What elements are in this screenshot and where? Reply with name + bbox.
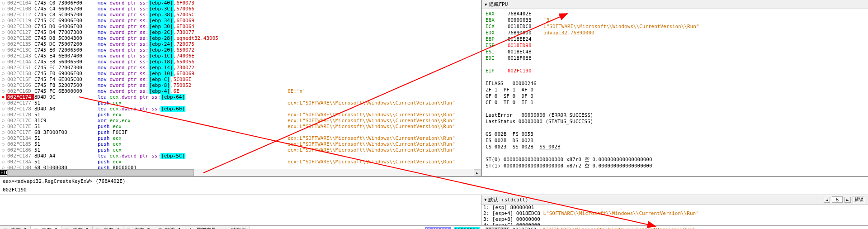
breakpoint-gutter[interactable]: [0, 53, 6, 59]
disasm-row[interactable]: 002FC1748D4D 9Clea ecx,dword ptr ss:[ebp…: [0, 94, 481, 100]
disasm-row[interactable]: 002FC119C745 CC 69006E00mov dword ptr ss…: [0, 18, 481, 24]
disasm-row[interactable]: 002FC17C31C9xor ecx,ecxecx:L"SOFTWARE\\M…: [0, 118, 481, 124]
breakpoint-gutter[interactable]: [0, 12, 6, 18]
breakpoint-gutter[interactable]: [0, 94, 6, 100]
addr-cell[interactable]: 002FC151: [6, 65, 34, 71]
dump-tab[interactable]: ▦内存 4: [93, 226, 123, 229]
addr-cell[interactable]: 002FC120: [6, 24, 34, 29]
breakpoint-gutter[interactable]: [0, 76, 6, 82]
breakpoint-gutter[interactable]: [0, 88, 6, 94]
stack-line[interactable]: 2: [esp+4] 0018EDC8 L"SOFTWARE\\Microsof…: [483, 210, 866, 216]
breakpoint-gutter[interactable]: [0, 165, 6, 169]
breakpoint-gutter[interactable]: [0, 106, 6, 112]
addr-cell[interactable]: 002FC184: [6, 135, 34, 141]
scroll-right-icon[interactable]: ►: [474, 169, 481, 176]
disasm-row[interactable]: 002FC13CC745 E0 72006500mov dword ptr ss…: [0, 47, 481, 53]
disasm-row[interactable]: 002FC104C745 C0 73006F00mov dword ptr ss…: [0, 0, 481, 6]
disasm-row[interactable]: 002FC112C745 C8 5C005700mov dword ptr ss…: [0, 12, 481, 18]
breakpoint-gutter[interactable]: [0, 47, 6, 53]
dump-tab[interactable]: ▦内存 2: [31, 226, 61, 229]
addr-cell[interactable]: 002FC15F: [6, 76, 34, 82]
breakpoint-gutter[interactable]: [0, 65, 6, 71]
addr-cell[interactable]: 002FC104: [6, 0, 34, 6]
disasm-row[interactable]: 002FC120C745 D0 64006F00mov dword ptr ss…: [0, 24, 481, 29]
unlock-button[interactable]: 解锁: [853, 196, 865, 203]
disasm-row[interactable]: 002FC17E51push ecxecx:L"SOFTWARE\\Micros…: [0, 124, 481, 129]
breakpoint-gutter[interactable]: [0, 112, 6, 118]
stack-line[interactable]: 4: [esp+C] 00000000: [483, 222, 866, 225]
disasm-row[interactable]: 002FC18A51push ecxecx:L"SOFTWARE\\Micros…: [0, 159, 481, 165]
disasm-row[interactable]: 002FC18551push ecxecx:L"SOFTWARE\\Micros…: [0, 141, 481, 147]
disasm-row[interactable]: 002FC14AC745 E8 56006500mov dword ptr ss…: [0, 59, 481, 65]
addr-cell[interactable]: 002FC17E: [6, 124, 34, 129]
chevron-down-icon[interactable]: ▼: [485, 2, 487, 7]
addr-cell[interactable]: 002FC18A: [6, 159, 34, 165]
dump-tab[interactable]: [x=]局部变量: [185, 226, 220, 229]
breakpoint-gutter[interactable]: [0, 41, 6, 47]
addr-cell[interactable]: 002FC17F: [6, 129, 34, 135]
dump-tab[interactable]: ▦内存 3: [62, 226, 93, 229]
breakpoint-gutter[interactable]: [0, 35, 6, 41]
disassembly-view[interactable]: 002FC104C745 C0 73006F00mov dword ptr ss…: [0, 0, 481, 169]
disasm-row[interactable]: 002FC10BC745 C4 66005700mov dword ptr ss…: [0, 6, 481, 12]
addr-cell[interactable]: 002FC186: [6, 147, 34, 153]
breakpoint-gutter[interactable]: [0, 124, 6, 129]
dump-tab[interactable]: ▦内存 1: [0, 226, 31, 229]
breakpoint-gutter[interactable]: [0, 6, 6, 12]
addr-cell[interactable]: 002FC119: [6, 18, 34, 24]
addr-cell[interactable]: 002FC13C: [6, 47, 34, 53]
dump-line[interactable]: 0018ED98 80000001 0018ED9C 0018EDC8 L"SO…: [425, 226, 868, 229]
disasm-row[interactable]: 002FC12EC745 D8 5C004300mov dword ptr ss…: [0, 35, 481, 41]
stack-next-button[interactable]: ►: [844, 197, 851, 203]
breakpoint-gutter[interactable]: [0, 141, 6, 147]
breakpoint-gutter[interactable]: [0, 135, 6, 141]
addr-cell[interactable]: 002FC14A: [6, 59, 34, 65]
breakpoint-gutter[interactable]: [0, 82, 6, 88]
breakpoint-gutter[interactable]: [0, 59, 6, 65]
addr-cell[interactable]: 002FC127: [6, 29, 34, 35]
disasm-row[interactable]: 002FC143C745 E4 6E007400mov dword ptr ss…: [0, 53, 481, 59]
breakpoint-gutter[interactable]: [0, 153, 6, 159]
disasm-scrollbar[interactable]: ◄ ►: [0, 169, 481, 176]
addr-cell[interactable]: 002FC17B: [6, 112, 34, 118]
addr-cell[interactable]: 002FC10B: [6, 6, 34, 12]
addr-cell[interactable]: 002FC177: [6, 100, 34, 106]
addr-cell[interactable]: 002FC16D: [6, 88, 34, 94]
disasm-row[interactable]: 002FC17F68 3F000F00push F003F: [0, 129, 481, 135]
addr-cell[interactable]: 002FC187: [6, 153, 34, 159]
addr-cell[interactable]: 002FC178: [6, 106, 34, 112]
addr-cell[interactable]: 002FC166: [6, 82, 34, 88]
stack-mode[interactable]: 默认 (stdcall): [488, 196, 528, 203]
stack-count-input[interactable]: [832, 196, 843, 203]
addr-cell[interactable]: 002FC17C: [6, 118, 34, 124]
stack-body[interactable]: 1: [esp] 800000012: [esp+4] 0018EDC8 L"S…: [481, 205, 868, 225]
addr-cell[interactable]: 002FC143: [6, 53, 34, 59]
breakpoint-gutter[interactable]: [0, 147, 6, 153]
addr-cell[interactable]: 002FC185: [6, 141, 34, 147]
disasm-row[interactable]: 002FC17B51push ecxecx:L"SOFTWARE\\Micros…: [0, 112, 481, 118]
disasm-row[interactable]: 002FC166C745 F8 52007500mov dword ptr ss…: [0, 82, 481, 88]
disasm-row[interactable]: 002FC151C745 EC 72007300mov dword ptr ss…: [0, 65, 481, 71]
breakpoint-gutter[interactable]: [0, 18, 6, 24]
breakpoint-gutter[interactable]: [0, 129, 6, 135]
dump-tab[interactable]: ▦内存 5: [123, 226, 154, 229]
disasm-row[interactable]: 002FC135C745 DC 75007200mov dword ptr ss…: [0, 41, 481, 47]
stack-line[interactable]: 3: [esp+8] 00000000: [483, 216, 866, 222]
breakpoint-gutter[interactable]: [0, 24, 6, 29]
addr-cell[interactable]: 002FC158: [6, 71, 34, 76]
stack-line[interactable]: 1: [esp] 80000001: [483, 205, 866, 210]
disasm-row[interactable]: 002FC15FC745 F4 6E005C00mov dword ptr ss…: [0, 76, 481, 82]
disasm-row[interactable]: 002FC17751push ecxecx:L"SOFTWARE\\Micros…: [0, 100, 481, 106]
stack-prev-button[interactable]: ◄: [824, 197, 830, 203]
disasm-row[interactable]: 002FC16DC745 FC 6E000000mov dword ptr ss…: [0, 88, 481, 94]
disasm-row[interactable]: 002FC127C745 D4 77007300mov dword ptr ss…: [0, 29, 481, 35]
breakpoint-gutter[interactable]: [0, 118, 6, 124]
breakpoint-gutter[interactable]: [0, 100, 6, 106]
disasm-row[interactable]: 002FC18651push ecxecx:L"SOFTWARE\\Micros…: [0, 147, 481, 153]
disasm-row[interactable]: 002FC18B68 01000080push 80000001: [0, 165, 481, 169]
disasm-row[interactable]: 002FC1878D4D A4lea ecx,dword ptr ss:[ebp…: [0, 153, 481, 159]
addr-cell[interactable]: 002FC112: [6, 12, 34, 18]
breakpoint-gutter[interactable]: [0, 29, 6, 35]
breakpoint-gutter[interactable]: [0, 159, 6, 165]
addr-cell[interactable]: 002FC135: [6, 41, 34, 47]
